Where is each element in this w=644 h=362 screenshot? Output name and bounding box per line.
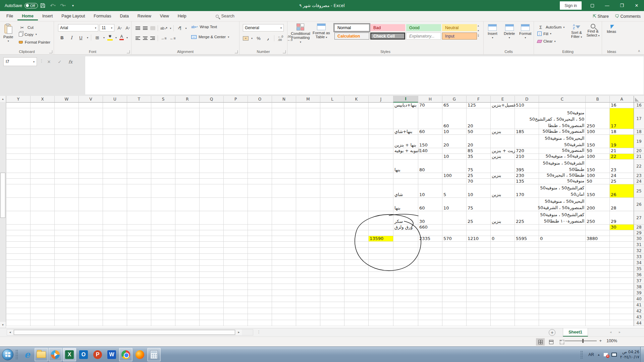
cell-X32[interactable]	[30, 248, 54, 254]
cell-G33[interactable]	[442, 254, 466, 260]
cell-O41[interactable]	[248, 302, 272, 308]
cell-Y28[interactable]	[6, 225, 30, 230]
cell-D29[interactable]	[515, 230, 539, 236]
cell-T39[interactable]	[127, 290, 151, 296]
cell-R34[interactable]	[175, 260, 199, 266]
fill-color-button[interactable]: ⛊	[107, 35, 113, 41]
cell-B17[interactable]: 250	[585, 108, 609, 129]
cell-B43[interactable]	[585, 314, 609, 320]
cell-B28[interactable]	[585, 225, 609, 230]
cell-H39[interactable]	[418, 290, 442, 296]
cell-F38[interactable]	[466, 284, 490, 290]
cell-D38[interactable]	[515, 284, 539, 290]
column-header-Y[interactable]: Y	[6, 96, 30, 103]
cell-M32[interactable]	[296, 248, 320, 254]
row-header-25[interactable]: 25	[634, 184, 644, 198]
cell-A29[interactable]	[609, 230, 634, 236]
sheet-nav-right-icon[interactable]: ▸	[619, 330, 621, 334]
cell-A22[interactable]: 23	[609, 160, 634, 173]
row-header-30[interactable]: 30	[634, 236, 644, 242]
cell-F20[interactable]: 85	[466, 148, 490, 154]
cell-H27[interactable]: 30	[418, 211, 442, 225]
language-indicator[interactable]: AR	[588, 352, 594, 357]
cell-J29[interactable]	[368, 230, 393, 236]
confirm-entry-icon[interactable]: ✓	[55, 57, 64, 66]
comments-button[interactable]: 🗨 Comments	[615, 14, 641, 19]
cell-S27[interactable]	[151, 211, 175, 225]
cell-A31[interactable]	[609, 242, 634, 248]
cell-R20[interactable]	[175, 148, 199, 154]
tab-insert[interactable]: Insert	[38, 12, 57, 20]
cell-X22[interactable]	[30, 160, 54, 173]
cell-Q42[interactable]	[199, 308, 223, 314]
cell-B40[interactable]	[585, 296, 609, 302]
cut-button[interactable]: ✂Cut	[19, 24, 34, 31]
cell-A33[interactable]	[609, 254, 634, 260]
cell-R25[interactable]	[175, 184, 199, 198]
cell-M25[interactable]	[296, 184, 320, 198]
cell-L38[interactable]	[320, 284, 344, 290]
cell-U17[interactable]	[103, 108, 127, 129]
cell-W23[interactable]	[54, 173, 78, 179]
select-all-corner[interactable]	[634, 96, 644, 103]
cell-Q24[interactable]	[199, 179, 223, 184]
alignment-dialog-launcher[interactable]	[235, 50, 238, 53]
cell-Y27[interactable]	[6, 211, 30, 225]
cell-W40[interactable]	[54, 296, 78, 302]
search-box[interactable]: Search	[216, 14, 234, 18]
cell-C22[interactable]: الشرقية50 ، منوفية50طنطا50	[539, 160, 585, 173]
cell-V20[interactable]	[78, 148, 103, 154]
cell-S28[interactable]	[151, 225, 175, 230]
column-header-S[interactable]: S	[151, 96, 175, 103]
column-header-R[interactable]: R	[175, 96, 199, 103]
cell-Q29[interactable]	[199, 230, 223, 236]
cell-A27[interactable]: 29	[609, 211, 634, 225]
cell-V19[interactable]	[78, 135, 103, 148]
cell-W25[interactable]	[54, 184, 78, 198]
cell-N28[interactable]	[272, 225, 296, 230]
cell-O39[interactable]	[248, 290, 272, 296]
cell-J40[interactable]	[368, 296, 393, 302]
cell-V16[interactable]	[78, 103, 103, 108]
cell-T29[interactable]	[127, 230, 151, 236]
cell-F22[interactable]: 75	[466, 160, 490, 173]
cell-B31[interactable]	[585, 242, 609, 248]
cell-J41[interactable]	[368, 302, 393, 308]
cell-I25[interactable]: شاي	[393, 184, 418, 198]
cell-O30[interactable]	[248, 236, 272, 242]
cell-E25[interactable]: بنزين	[490, 184, 515, 198]
cell-Q38[interactable]	[199, 284, 223, 290]
cell-U34[interactable]	[103, 260, 127, 266]
cell-U28[interactable]	[103, 225, 127, 230]
cell-F41[interactable]	[466, 302, 490, 308]
cell-F24[interactable]: 70	[466, 179, 490, 184]
cell-P44[interactable]	[223, 320, 248, 326]
column-header-W[interactable]: W	[54, 96, 78, 103]
cell-U38[interactable]	[103, 284, 127, 290]
cell-N38[interactable]	[272, 284, 296, 290]
cell-G36[interactable]	[442, 272, 466, 278]
cell-D35[interactable]	[515, 266, 539, 272]
cell-V25[interactable]	[78, 184, 103, 198]
decrease-indent-button[interactable]: ←≡	[169, 35, 176, 42]
cell-T18[interactable]	[127, 129, 151, 135]
cell-T16[interactable]	[127, 103, 151, 108]
cell-A19[interactable]: 19	[609, 135, 634, 148]
cell-S36[interactable]	[151, 272, 175, 278]
cell-J38[interactable]	[368, 284, 393, 290]
cell-F40[interactable]	[466, 296, 490, 302]
cell-B32[interactable]	[585, 248, 609, 254]
cell-Y32[interactable]	[6, 248, 30, 254]
cell-R30[interactable]	[175, 236, 199, 242]
cell-C34[interactable]	[539, 260, 585, 266]
cell-X21[interactable]	[30, 154, 54, 160]
cell-H31[interactable]	[418, 242, 442, 248]
cell-A25[interactable]: 26	[609, 184, 634, 198]
scroll-right-icon[interactable]: ►	[236, 329, 242, 335]
cell-E29[interactable]	[490, 230, 515, 236]
cell-H37[interactable]	[418, 278, 442, 284]
cell-R29[interactable]	[175, 230, 199, 236]
horizontal-scroll-thumb[interactable]	[14, 330, 235, 335]
row-header-44[interactable]: 44	[634, 320, 644, 326]
cell-D25[interactable]: 170	[515, 184, 539, 198]
